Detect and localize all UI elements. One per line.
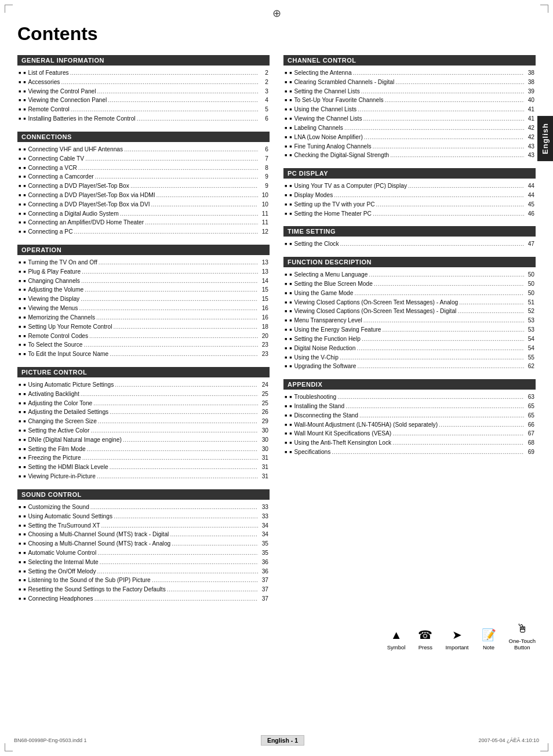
symbol-item-press: ☎Press (418, 628, 432, 650)
list-item: ■Installing the Stand65 (285, 402, 534, 411)
symbol-label: Press (419, 644, 432, 650)
list-item: ■Remote Control Codes20 (19, 332, 268, 341)
list-item: ■Viewing the Menus16 (19, 304, 268, 313)
bullet-icon: ■ (23, 577, 26, 584)
bullet-icon: ■ (289, 327, 292, 333)
bullet-icon: ■ (23, 532, 26, 538)
bullet-icon: ■ (23, 391, 26, 398)
list-item: ■Labeling Channels42 (285, 123, 534, 133)
list-item: ■Connecting a DVD Player/Set-Top Box via… (19, 191, 268, 200)
list-item: ■Viewing Picture-in-Picture31 (19, 472, 268, 481)
symbol-icon: ☎ (418, 628, 432, 642)
page: ⊕ English Contents GENERAL INFORMATION■L… (0, 0, 553, 756)
bullet-icon: ■ (23, 446, 26, 453)
list-item: ■Connecting a Digital Audio System11 (19, 209, 268, 219)
section-pc-display: PC DISPLAY■Using Your TV as a Computer (… (283, 168, 536, 218)
section-header: CONNECTIONS (17, 132, 270, 142)
bullet-icon: ■ (23, 287, 26, 293)
bullet-icon: ■ (289, 241, 292, 248)
bullet-icon: ■ (23, 174, 26, 180)
bullet-icon: ■ (289, 308, 292, 315)
bullet-icon: ■ (23, 107, 26, 113)
symbol-icon: ➤ (452, 628, 462, 642)
list-item: ■Connecting a Camcorder9 (19, 172, 268, 181)
section-header: SOUND CONTROL (17, 489, 270, 500)
list-item: ■Adjusting the Detailed Settings26 (19, 408, 268, 417)
section-appendix: APPENDIX■Troubleshooting63■Installing th… (283, 379, 536, 457)
bullet-icon: ■ (23, 324, 26, 330)
list-item: ■Using Automatic Sound Settings33 (19, 512, 268, 521)
list-item: ■Changing the Screen Size29 (19, 417, 268, 426)
bullet-icon: ■ (23, 306, 26, 312)
list-item: ■Specifications69 (285, 448, 534, 457)
bullet-icon: ■ (289, 97, 292, 104)
bullet-icon: ■ (23, 192, 26, 199)
bullet-icon: ■ (23, 342, 26, 348)
section-channel-control: CHANNEL CONTROL■Selecting the Antenna38■… (283, 55, 536, 160)
list-item: ■Connecting Headphones37 (19, 594, 268, 604)
list-item: ■Customizing the Sound33 (19, 503, 268, 512)
bullet-icon: ■ (289, 413, 292, 419)
list-item: ■Automatic Volume Control35 (19, 548, 268, 558)
section-picture-control: PICTURE CONTROL■Using Automatic Picture … (17, 367, 270, 481)
bullet-icon: ■ (289, 89, 292, 95)
symbol-item-onetouchbutton: 🖱One-Touch Button (509, 622, 536, 650)
section-connections: CONNECTIONS■Connecting VHF and UHF Anten… (17, 132, 270, 237)
list-item: ■Setting the Function Help54 (285, 335, 534, 344)
section-list: ■List of Features2■Accessories2■Viewing … (17, 68, 270, 123)
english-tab: English (537, 116, 553, 161)
symbol-icon: 📝 (482, 628, 496, 642)
bullet-icon: ■ (289, 144, 292, 150)
crosshair-mark: ⊕ (272, 7, 281, 20)
list-item: ■Resetting the Sound Settings to the Fac… (19, 585, 268, 594)
list-item: ■LNA (Low Noise Amplifier)42 (285, 133, 534, 142)
list-item: ■Troubleshooting63 (285, 392, 534, 402)
bullet-icon: ■ (23, 569, 26, 575)
section-list: ■Setting the Clock47 (283, 239, 536, 249)
right-column: CHANNEL CONTROL■Selecting the Antenna38■… (283, 55, 536, 612)
list-item: ■Setting the Film Mode30 (19, 445, 268, 454)
list-item: ■Menu Transparency Level53 (285, 316, 534, 325)
bullet-icon: ■ (23, 278, 26, 285)
bullet-icon: ■ (289, 79, 292, 86)
list-item: ■Upgrading the Software62 (285, 362, 534, 371)
symbol-icon: 🖱 (516, 622, 528, 635)
bullet-icon: ■ (23, 269, 26, 275)
bullet-icon: ■ (23, 437, 26, 444)
bullet-icon: ■ (23, 89, 26, 95)
bullet-icon: ■ (289, 116, 292, 122)
list-item: ■Using the V-Chip55 (285, 353, 534, 362)
list-item: ■Setting the Channel Lists39 (285, 87, 534, 96)
bullet-icon: ■ (23, 165, 26, 172)
bullet-icon: ■ (289, 183, 292, 190)
bullet-icon: ■ (289, 192, 292, 199)
bullet-icon: ■ (289, 290, 292, 297)
bullet-icon: ■ (289, 70, 292, 77)
list-item: ■Setting the HDMI Black Levele31 (19, 463, 268, 472)
list-item: ■Checking the Digital-Signal Strength43 (285, 151, 534, 160)
bullet-icon: ■ (289, 202, 292, 208)
list-item: ■Selecting the Internal Mute36 (19, 558, 268, 567)
symbol-item-symbol: ▲Symbol (387, 628, 406, 650)
bullet-icon: ■ (23, 147, 26, 153)
bullet-icon: ■ (23, 183, 26, 190)
list-item: ■Setting the TruSurround XT34 (19, 521, 268, 530)
section-sound-control: SOUND CONTROL■Customizing the Sound33■Us… (17, 489, 270, 604)
list-item: ■Adjusting the Color Tone25 (19, 399, 268, 408)
bullet-icon: ■ (23, 116, 26, 122)
list-item: ■Using the Energy Saving Feature53 (285, 325, 534, 335)
bullet-icon: ■ (23, 97, 26, 104)
footer-right: 2007-05-04 ¿ÁÈÂ 4:10:10 (478, 737, 539, 743)
bullet-icon: ■ (23, 229, 26, 235)
bullet-icon: ■ (23, 70, 26, 77)
section-header: PICTURE CONTROL (17, 367, 270, 377)
section-header: CHANNEL CONTROL (283, 55, 536, 66)
section-general-information: GENERAL INFORMATION■List of Features2■Ac… (17, 55, 270, 123)
symbol-item-note: 📝Note (482, 628, 496, 650)
symbol-label: Symbol (387, 644, 406, 650)
bullet-icon: ■ (23, 504, 26, 511)
list-item: ■Using the Game Mode50 (285, 289, 534, 298)
bullet-icon: ■ (23, 550, 26, 557)
symbol-icon: ▲ (391, 628, 402, 642)
bullet-icon: ■ (289, 364, 292, 370)
